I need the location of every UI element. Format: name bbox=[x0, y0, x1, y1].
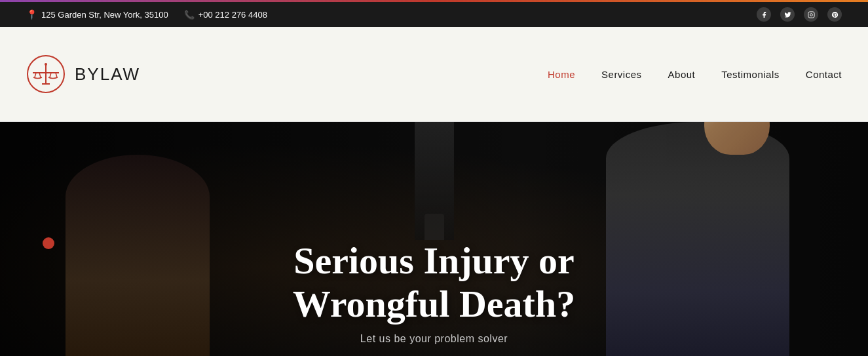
header: BYLAW Home Services About Testimonials C… bbox=[0, 27, 868, 122]
location-icon: 📍 bbox=[26, 9, 37, 20]
social-links bbox=[757, 7, 842, 22]
logo-bold: BY bbox=[75, 64, 100, 84]
nav-testimonials[interactable]: Testimonials bbox=[721, 69, 780, 80]
hero-title-line1: Serious Injury or bbox=[293, 239, 575, 282]
hero-content: Serious Injury or Wrongful Death? Let us… bbox=[0, 239, 868, 356]
nav-contact[interactable]: Contact bbox=[806, 69, 842, 80]
svg-line-8 bbox=[56, 73, 57, 77]
nav-about[interactable]: About bbox=[668, 69, 696, 80]
svg-line-6 bbox=[39, 73, 41, 77]
hero-subtitle: Let us be your problem solver bbox=[0, 333, 868, 345]
nav-home[interactable]: Home bbox=[548, 69, 575, 80]
address-contact: 📍 125 Garden Str, New York, 35100 bbox=[26, 9, 168, 20]
logo[interactable]: BYLAW bbox=[26, 54, 140, 94]
center-decoration bbox=[415, 122, 454, 240]
logo-light: LAW bbox=[100, 64, 140, 84]
phone-contact: 📞 +00 212 276 4408 bbox=[184, 10, 267, 20]
main-nav: Home Services About Testimonials Contact bbox=[548, 69, 842, 80]
top-bar-contacts: 📍 125 Garden Str, New York, 35100 📞 +00 … bbox=[26, 9, 267, 20]
svg-rect-0 bbox=[808, 11, 814, 17]
pinterest-icon[interactable] bbox=[827, 7, 842, 22]
hero-title-line2: Wrongful Death? bbox=[293, 283, 575, 325]
svg-point-10 bbox=[45, 63, 47, 66]
phone-text: +00 212 276 4408 bbox=[198, 10, 267, 20]
logo-text: BYLAW bbox=[75, 64, 140, 85]
instagram-icon[interactable] bbox=[804, 7, 818, 22]
hero-title: Serious Injury or Wrongful Death? bbox=[0, 239, 868, 326]
address-text: 125 Garden Str, New York, 35100 bbox=[41, 10, 168, 20]
twitter-icon[interactable] bbox=[780, 7, 795, 22]
logo-icon bbox=[26, 54, 66, 94]
facebook-icon[interactable] bbox=[757, 7, 771, 22]
svg-line-7 bbox=[50, 73, 51, 77]
top-bar: 📍 125 Garden Str, New York, 35100 📞 +00 … bbox=[0, 2, 868, 27]
hero-section: Serious Injury or Wrongful Death? Let us… bbox=[0, 122, 868, 356]
phone-icon: 📞 bbox=[184, 10, 195, 20]
svg-line-5 bbox=[35, 73, 36, 77]
nav-services[interactable]: Services bbox=[601, 69, 642, 80]
